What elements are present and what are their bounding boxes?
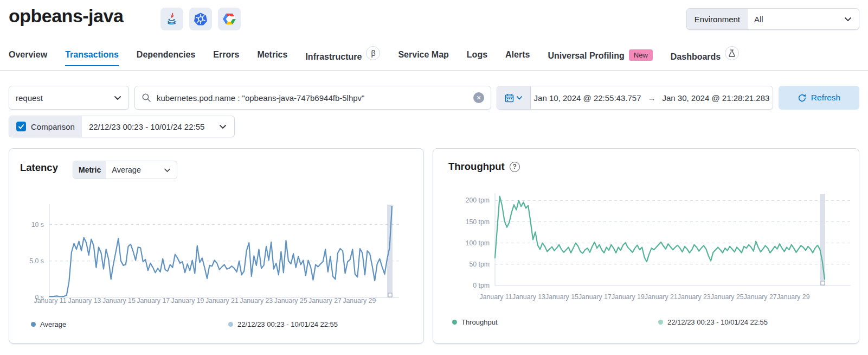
x-axis-tick-label: January 21	[205, 297, 239, 305]
selection-annotation-band[interactable]	[820, 194, 825, 286]
throughput-chart[interactable]: 0 tpm50 tpm100 tpm150 tpm200 tpmJanuary …	[433, 149, 859, 333]
x-axis-tick-label: January 27	[744, 293, 777, 301]
tab-dashboards[interactable]: Dashboards	[671, 50, 739, 71]
end-date[interactable]: Jan 30, 2024 @ 21:28:21.283	[663, 93, 770, 103]
legend-item[interactable]: 22/12/23 00:23 - 10/01/24 22:55	[228, 320, 338, 328]
chevron-down-icon	[113, 93, 122, 102]
comparison-checkbox[interactable]	[16, 122, 26, 131]
throughput-series-line[interactable]	[495, 196, 825, 280]
kql-search-bar[interactable]: ✕	[134, 86, 491, 110]
transaction-type-select[interactable]: request	[9, 86, 129, 110]
new-badge: New	[629, 49, 653, 61]
legend-dot-icon	[31, 322, 36, 327]
x-axis-tick-label: January 25	[274, 297, 307, 305]
date-range-picker[interactable]: Jan 10, 2024 @ 22:55:43.757 → Jan 30, 20…	[497, 86, 773, 110]
google-cloud-icon	[218, 8, 241, 30]
navigation-tabs: OverviewTransactionsDependenciesErrorsMe…	[9, 50, 739, 71]
refresh-label: Refresh	[811, 93, 840, 103]
chevron-down-icon	[844, 15, 852, 23]
service-icon-badges	[160, 8, 241, 30]
page-title: opbeans-java	[9, 5, 123, 27]
x-axis-tick-label: January 11	[480, 293, 512, 301]
comparison-label: Comparison	[31, 122, 75, 131]
x-axis-tick-label: January 19	[171, 297, 204, 305]
search-input[interactable]	[157, 93, 468, 103]
tab-logs[interactable]: Logs	[467, 50, 487, 66]
metric-selected-option: Average	[112, 166, 141, 174]
start-date[interactable]: Jan 10, 2024 @ 22:55:43.757	[534, 93, 641, 103]
tab-label: Dashboards	[671, 52, 721, 62]
x-axis-tick-label: January 29	[777, 293, 810, 301]
legend-item[interactable]: 22/12/23 00:23 - 10/01/24 22:55	[658, 318, 768, 326]
latency-series-line[interactable]	[49, 206, 392, 296]
throughput-panel-title: Throughput	[448, 161, 505, 173]
latency-chart[interactable]: 0 s5.0 s10 sJanuary 11January 13January …	[9, 149, 423, 333]
transaction-type-value: request	[16, 93, 43, 103]
tab-label: Alerts	[505, 50, 530, 60]
help-icon[interactable]: ?	[510, 162, 520, 172]
metric-value[interactable]: Average	[106, 161, 177, 179]
y-axis-tick-label: 150 tpm	[466, 218, 490, 226]
environment-label: Environment	[687, 9, 748, 29]
tab-infrastructure[interactable]: Infrastructureβ	[305, 50, 380, 71]
tab-label: Logs	[467, 50, 487, 60]
search-icon	[142, 93, 151, 103]
legend-dot-icon	[452, 320, 457, 325]
x-axis-tick-label: January 13	[68, 297, 101, 305]
latency-panel: 0 s5.0 s10 sJanuary 11January 13January …	[9, 148, 424, 344]
x-axis-tick-label: January 15	[102, 297, 136, 305]
java-icon	[160, 8, 183, 30]
tab-service-map[interactable]: Service Map	[398, 50, 448, 66]
tab-alerts[interactable]: Alerts	[505, 50, 530, 66]
tab-overview[interactable]: Overview	[9, 50, 47, 66]
comparison-toggle: Comparison	[9, 116, 82, 137]
clear-search-icon[interactable]: ✕	[473, 92, 484, 103]
date-range-display[interactable]: Jan 10, 2024 @ 22:55:43.757 → Jan 30, 20…	[531, 93, 773, 103]
legend-label: Throughput	[461, 318, 498, 326]
x-axis-tick-label: January 25	[711, 293, 744, 301]
legend-item[interactable]: Throughput	[452, 318, 498, 326]
legend-label: Average	[40, 320, 66, 328]
legend-dot-icon	[658, 320, 663, 325]
checkmark-icon	[18, 123, 24, 130]
x-axis-tick-label: January 17	[578, 293, 612, 301]
legend-item[interactable]: Average	[31, 320, 66, 328]
tab-universal-profiling[interactable]: Universal ProfilingNew	[548, 50, 652, 68]
x-axis-tick-label: January 29	[343, 297, 376, 305]
chevron-down-icon	[163, 166, 171, 174]
y-axis-tick-label: 100 tpm	[466, 239, 490, 247]
x-axis-tick-label: January 11	[34, 297, 67, 305]
tab-metrics[interactable]: Metrics	[257, 50, 287, 66]
x-axis-tick-label: January 23	[678, 293, 711, 301]
comparison-control-group: Comparison 22/12/23 00:23 - 10/01/24 22:…	[9, 116, 235, 137]
tab-dependencies[interactable]: Dependencies	[137, 50, 195, 66]
legend-label: 22/12/23 00:23 - 10/01/24 22:55	[237, 320, 338, 328]
tab-errors[interactable]: Errors	[213, 50, 239, 66]
beta-badge-icon: β	[366, 46, 380, 60]
y-axis-tick-label: 200 tpm	[466, 196, 490, 204]
x-axis-tick-label: January 27	[308, 297, 342, 305]
environment-select[interactable]: Environment All	[686, 8, 859, 30]
tab-label: Overview	[9, 50, 47, 60]
calendar-menu-button[interactable]	[497, 86, 531, 109]
kubernetes-icon	[189, 8, 212, 30]
chevron-down-icon	[218, 122, 227, 131]
latency-metric-select[interactable]: Metric Average	[73, 161, 177, 179]
chevron-down-icon	[516, 94, 523, 101]
throughput-panel: 0 tpm50 tpm100 tpm150 tpm200 tpmJanuary …	[433, 148, 859, 344]
legend-label: 22/12/23 00:23 - 10/01/24 22:55	[667, 318, 768, 326]
y-axis-tick-label: 0 tpm	[473, 282, 490, 289]
refresh-button[interactable]: Refresh	[779, 86, 859, 110]
tab-label: Transactions	[65, 50, 119, 60]
tab-label: Errors	[213, 50, 239, 60]
annotation-handle[interactable]	[388, 293, 392, 297]
x-axis-tick-label: January 19	[612, 293, 645, 301]
annotation-handle[interactable]	[821, 281, 825, 285]
tabs-divider	[0, 70, 868, 71]
y-axis-tick-label: 10 s	[31, 221, 44, 229]
environment-value[interactable]: All	[748, 9, 859, 29]
environment-selected-option: All	[754, 15, 763, 24]
comparison-range-select[interactable]: 22/12/23 00:23 - 10/01/24 22:55	[82, 116, 235, 137]
tab-transactions[interactable]: Transactions	[65, 50, 119, 66]
tab-label: Service Map	[398, 50, 448, 60]
